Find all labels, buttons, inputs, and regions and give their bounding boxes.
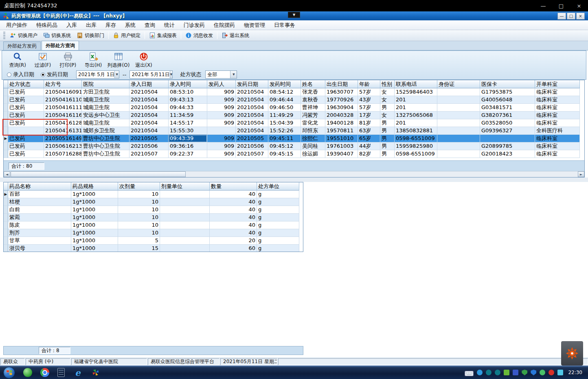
column-header[interactable]: 年龄 xyxy=(358,80,380,88)
action-button[interactable]: 列选择(O) xyxy=(107,51,130,69)
tray-blue-icon[interactable] xyxy=(513,370,518,375)
table-row[interactable]: 已发药21050416116安远乡中心卫生2021050411:34:59909… xyxy=(4,112,580,119)
action-button[interactable]: 查询(R) xyxy=(6,51,29,69)
start-button[interactable] xyxy=(3,367,15,379)
table-row[interactable]: 已发药21050616213曹坊中心卫生院2021050609:36:16909… xyxy=(4,142,580,150)
column-header[interactable]: 处方单位 xyxy=(257,182,299,191)
action-button[interactable]: 导出(H) xyxy=(82,51,105,69)
keyboard-icon[interactable] xyxy=(465,370,474,375)
column-header[interactable]: 药品规格 xyxy=(71,182,118,191)
tray-shield-green-icon[interactable] xyxy=(522,370,527,375)
tray-voip-icon[interactable] xyxy=(486,370,491,375)
column-header[interactable]: 开单科室 xyxy=(535,80,580,88)
table-row[interactable]: 已发药21050416110城南卫生院2021050409:43:1390920… xyxy=(4,96,580,104)
column-header[interactable]: 数量 xyxy=(210,182,257,191)
tray-display-icon[interactable] xyxy=(557,370,563,375)
toolbar-button[interactable]: 切换系统 xyxy=(40,31,74,40)
menu-item[interactable]: 门诊发药 xyxy=(179,21,209,30)
tray-health-icon[interactable] xyxy=(540,370,545,375)
column-header[interactable]: 联系电话 xyxy=(395,80,437,88)
table-row[interactable]: 已发药21050416128城南卫生院2021050414:55:1790920… xyxy=(4,119,580,127)
column-header[interactable]: 录入日期 xyxy=(129,80,169,88)
minimize-button[interactable]: — xyxy=(557,13,566,20)
column-header[interactable]: 姓名 xyxy=(301,80,325,88)
table-row[interactable]: 甘草1g*1000520g xyxy=(4,237,299,245)
toolbar-button[interactable]: 切换用户 xyxy=(7,31,40,40)
toolbar-button[interactable]: 集成报表 xyxy=(146,31,180,40)
menu-item[interactable]: 日常事务 xyxy=(270,21,300,30)
entry-date-radio[interactable]: 录入日期 xyxy=(7,71,34,78)
remote-maximize-button[interactable]: □ xyxy=(552,0,570,11)
menu-item[interactable]: 系统 xyxy=(121,21,140,30)
remote-close-button[interactable]: × xyxy=(570,0,588,11)
tab-inactive[interactable]: 外部处方发药 xyxy=(3,42,41,50)
table-row[interactable]: 白前1g*10001040g xyxy=(4,206,299,214)
table-row[interactable]: 陈皮1g*10001040g xyxy=(4,221,299,229)
menu-item[interactable]: 库存 xyxy=(101,21,121,30)
table-row[interactable]: ▶已发药21050516149曹坊中心卫生院2021050509:43:3990… xyxy=(4,135,580,142)
tray-voip2-icon[interactable] xyxy=(495,370,500,375)
table-row[interactable]: 已发药21050416111城南卫生院2021050409:44:3390920… xyxy=(4,104,580,112)
tray-alert-icon[interactable] xyxy=(549,370,554,375)
scroll-right-arrow[interactable]: ► xyxy=(578,171,584,177)
ie-icon[interactable] xyxy=(73,368,83,377)
table-row[interactable]: 紫菀1g*10001040g xyxy=(4,214,299,221)
column-header[interactable]: 录入时间 xyxy=(169,80,207,88)
column-header[interactable]: 身份证 xyxy=(437,80,480,88)
toolbar-button[interactable]: 用户锁定 xyxy=(110,31,143,40)
column-header[interactable]: 药品名称 xyxy=(8,182,71,191)
column-header[interactable]: 出生日期 xyxy=(325,80,358,88)
status-combo[interactable]: 全部 ▼ xyxy=(205,70,237,79)
dispense-date-radio[interactable]: 发药日期 xyxy=(41,71,68,78)
column-header[interactable]: 处方状态 xyxy=(8,80,44,88)
tray-message-icon[interactable] xyxy=(477,370,483,375)
column-header[interactable]: 医院 xyxy=(82,80,129,88)
pharmacy-app-icon[interactable] xyxy=(91,368,101,377)
column-header[interactable]: 发药人 xyxy=(207,80,236,88)
column-header[interactable]: 发药时间 xyxy=(268,80,301,88)
menu-item[interactable]: 查询 xyxy=(140,21,160,30)
horizontal-scrollbar[interactable]: ◄ ► xyxy=(4,171,584,177)
menu-item[interactable]: 物资管理 xyxy=(239,21,270,30)
menu-item[interactable]: 用户操作 xyxy=(2,21,32,30)
column-header[interactable]: 发药日期 xyxy=(236,80,268,88)
table-row[interactable]: 桔梗1g*10001040g xyxy=(4,198,299,206)
table-row[interactable]: 21050416131城郊乡卫生院2021050415:55:302021050… xyxy=(4,127,580,135)
menu-item[interactable]: 入库 xyxy=(62,21,81,30)
menu-item[interactable]: 统计 xyxy=(160,21,179,30)
tray-shield-blue-icon[interactable] xyxy=(531,370,536,375)
menu-item[interactable]: 特殊药品 xyxy=(32,21,62,30)
tab-active[interactable]: 外部处方查询 xyxy=(42,41,79,50)
menu-item[interactable]: 出库 xyxy=(81,21,101,30)
date-from-combo[interactable]: 2021年 5月 1日 ▼ xyxy=(76,70,119,79)
remote-minimize-button[interactable]: — xyxy=(534,0,552,11)
chevron-down-icon[interactable]: ▼ xyxy=(170,71,173,78)
chevron-down-icon[interactable]: ▼ xyxy=(114,71,119,78)
column-header[interactable]: 次剂量 xyxy=(118,182,160,191)
remote-software-logo[interactable] xyxy=(561,341,583,366)
remote-menu-tab[interactable]: ▼ xyxy=(288,12,300,18)
scroll-thumb[interactable] xyxy=(11,171,186,177)
close-button[interactable]: × xyxy=(576,13,585,20)
table-row[interactable]: 已发药21050416091方田卫生院2021050408:53:1090920… xyxy=(4,88,580,96)
column-header[interactable]: 性别 xyxy=(380,80,395,88)
toolbar-button[interactable]: 退出系统 xyxy=(219,31,252,40)
scroll-left-arrow[interactable]: ◄ xyxy=(4,171,10,177)
tray-green-icon[interactable] xyxy=(504,370,509,375)
action-button[interactable]: 退出(X) xyxy=(132,51,155,69)
table-row[interactable]: ▶百部1g*10001040g xyxy=(4,191,299,198)
column-header[interactable]: 剂量单位 xyxy=(160,182,210,191)
menu-item[interactable]: 住院摆药 xyxy=(209,21,239,30)
maximize-button[interactable]: □ xyxy=(567,13,575,20)
table-row[interactable]: 荆芥1g*10001040g xyxy=(4,229,299,237)
chevron-down-icon[interactable]: ▼ xyxy=(230,71,237,78)
column-header[interactable]: 处方号 xyxy=(44,80,82,88)
chrome-icon[interactable] xyxy=(40,368,49,377)
toolbar-button[interactable]: 消息收发 xyxy=(182,31,216,40)
table-row[interactable]: 浙贝母1g*10001560g xyxy=(4,245,299,252)
toolbar-button[interactable]: 切换部门 xyxy=(74,31,107,40)
action-button[interactable]: 过滤(F) xyxy=(31,51,54,69)
table-row[interactable]: 已发药21050716288曹坊中心卫生院2021050709:22:37909… xyxy=(4,150,580,158)
date-to-combo[interactable]: 2021年 5月11日 ▼ xyxy=(129,70,173,79)
action-button[interactable]: 打印(P) xyxy=(57,51,79,69)
